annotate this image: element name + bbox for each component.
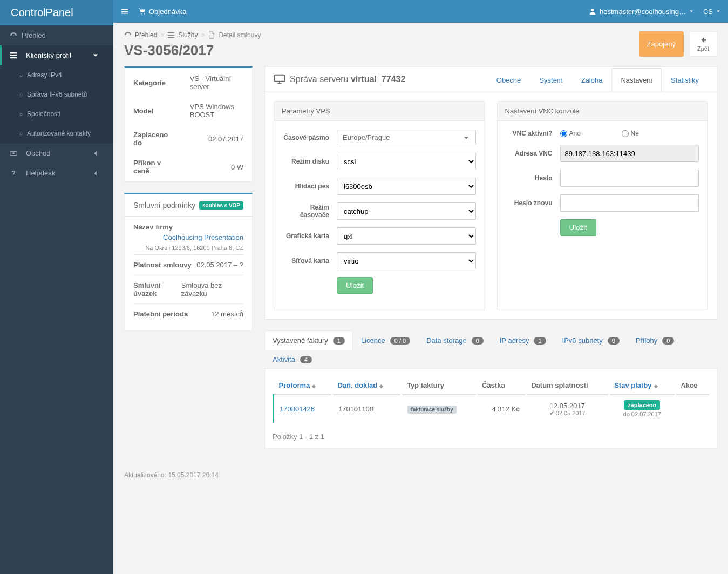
user-menu[interactable]: hostmaster@coolhousing… xyxy=(589,8,693,16)
status-badge-connected[interactable]: Zapojený xyxy=(639,31,684,57)
info-row: ModelVPS Windows BOOST xyxy=(126,97,251,124)
col-proforma[interactable]: Proforma◆ xyxy=(274,376,332,395)
terms-box: Smluvní podmínky souhlas s VOP Název fir… xyxy=(124,193,253,331)
terms-title: Smluvní podmínky xyxy=(133,201,195,210)
topbar: Objednávka hostmaster@coolhousing… CS xyxy=(113,0,728,23)
nav-client-sub: Adresy IPv4 Správa IPv6 subnetů Společno… xyxy=(0,65,113,143)
invoices-table: Proforma◆ Daň. doklad◆ Typ faktury Částk… xyxy=(273,376,709,423)
tab-settings[interactable]: Nastavení xyxy=(611,68,662,92)
menu-toggle-icon[interactable] xyxy=(121,8,128,15)
vnc-card: Nastavení VNC konzole VNC aktivní? Ano N… xyxy=(497,101,709,310)
disk-mode-select[interactable]: scsi xyxy=(337,153,476,170)
subtab-licenses[interactable]: Licence0 / 0 xyxy=(353,330,418,350)
vps-save-button[interactable]: Uložit xyxy=(337,277,373,294)
nic-select[interactable]: virtio xyxy=(337,252,476,269)
vnc-save-button[interactable]: Uložit xyxy=(560,219,596,236)
nav-helpdesk[interactable]: ? Helpdesk xyxy=(0,163,113,183)
info-row: Příkon v ceně0 W xyxy=(126,153,251,180)
vnc-address-field[interactable] xyxy=(560,145,699,162)
col-doc[interactable]: Daň. doklad◆ xyxy=(332,376,401,395)
monitor-icon xyxy=(274,73,285,85)
timezone-select[interactable]: Europe/Prague xyxy=(337,130,476,145)
vnc-password-field[interactable] xyxy=(560,170,699,187)
nav-ipv4[interactable]: Adresy IPv4 xyxy=(0,65,113,85)
back-button[interactable]: Zpět xyxy=(689,31,717,57)
tab-stats[interactable]: Statistiky xyxy=(662,68,708,92)
vnc-active-yes[interactable]: Ano xyxy=(560,130,614,137)
bc-overview[interactable]: Přehled xyxy=(135,31,157,39)
info-row: Zaplaceno do02.07.2017 xyxy=(126,125,251,152)
info-row: KategorieVS - Virtuální server xyxy=(126,69,251,96)
lang-menu[interactable]: CS xyxy=(703,8,720,16)
nav-shop[interactable]: Obchod xyxy=(0,143,113,163)
page-updated: Aktualizováno: 15.05.2017 20:14 xyxy=(113,465,728,485)
svg-point-1 xyxy=(12,152,15,154)
svg-rect-2 xyxy=(275,75,284,82)
gpu-select[interactable]: qxl xyxy=(337,227,476,245)
subtab-ipv6[interactable]: IPv6 subnety0 xyxy=(554,330,628,350)
bc-services[interactable]: Služby xyxy=(178,31,198,39)
caret-down-icon xyxy=(689,9,693,13)
proforma-link[interactable]: 170801426 xyxy=(280,405,315,413)
watchdog-select[interactable]: i6300esb xyxy=(337,178,476,195)
chevron-left-icon xyxy=(92,150,99,157)
nav-authorized-contacts[interactable]: Autorizované kontakty xyxy=(0,124,113,143)
bc-detail: Detail smlouvy xyxy=(219,31,261,39)
list-icon xyxy=(10,52,17,59)
list-icon xyxy=(167,31,175,39)
dashboard-icon xyxy=(10,32,17,39)
cart-icon xyxy=(138,8,146,15)
table-footer: Položky 1 - 1 z 1 xyxy=(273,433,709,441)
vnc-password2-field[interactable] xyxy=(560,194,699,212)
detail-tabs: Vystavené faktury1 Licence0 / 0 Data sto… xyxy=(264,330,717,449)
caret-down-icon xyxy=(462,134,470,141)
tab-general[interactable]: Obecné xyxy=(487,68,530,92)
chevron-down-icon xyxy=(92,52,99,59)
breadcrumb: Přehled> Služby> Detail smlouvy xyxy=(124,31,261,39)
col-status[interactable]: Stav platby◆ xyxy=(609,376,675,395)
server-tabs: Obecné Systém Záloha Nastavení Statistik… xyxy=(487,68,708,91)
caret-down-icon xyxy=(716,9,720,13)
user-icon xyxy=(589,8,596,15)
terms-badge: souhlas s VOP xyxy=(199,201,243,210)
nav-ipv6[interactable]: Správa IPv6 subnetů xyxy=(0,85,113,104)
server-panel: Správa serveru virtual_77432 Obecné Syst… xyxy=(264,66,717,320)
subtab-storage[interactable]: Data storage0 xyxy=(418,330,492,350)
page-title: VS-3056/2017 xyxy=(124,42,261,59)
company-link[interactable]: Coolhousing Presentation xyxy=(163,233,243,241)
vps-params-card: Parametry VPS Časové pásmo Europe/Prague… xyxy=(274,101,485,310)
subtab-invoices[interactable]: Vystavené faktury1 xyxy=(264,330,353,350)
sidebar: ControlPanel Přehled Klientský profil Ad… xyxy=(0,0,113,574)
nav-overview[interactable]: Přehled xyxy=(0,25,113,45)
table-row: 170801426 170101108 fakturace služby 4 3… xyxy=(274,395,710,423)
file-icon xyxy=(208,31,215,39)
brand-logo: ControlPanel xyxy=(0,0,113,25)
arrow-left-icon xyxy=(699,36,707,44)
subtab-activity[interactable]: Aktivita4 xyxy=(264,349,320,369)
subtab-ip[interactable]: IP adresy1 xyxy=(492,330,554,350)
money-icon xyxy=(10,150,17,157)
subtab-attachments[interactable]: Přílohy0 xyxy=(628,330,683,350)
vnc-active-no[interactable]: Ne xyxy=(622,130,676,137)
order-link[interactable]: Objednávka xyxy=(138,8,186,16)
tab-backup[interactable]: Záloha xyxy=(572,68,612,92)
timer-mode-select[interactable]: catchup xyxy=(337,202,476,220)
chevron-left-icon xyxy=(92,170,99,177)
question-icon: ? xyxy=(10,169,17,177)
tab-system[interactable]: Systém xyxy=(530,68,571,92)
info-box: KategorieVS - Virtuální server ModelVPS … xyxy=(124,66,253,182)
nav-companies[interactable]: Společnosti xyxy=(0,104,113,124)
nav-client-profile[interactable]: Klientský profil xyxy=(0,45,113,65)
dashboard-icon xyxy=(124,31,132,39)
